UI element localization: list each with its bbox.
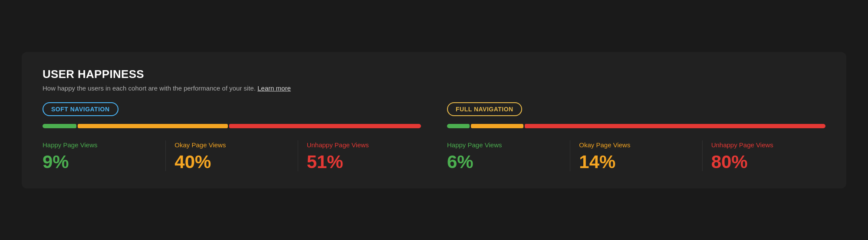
metric-item: Okay Page Views14% bbox=[579, 140, 702, 171]
section-full: FULL NAVIGATIONHappy Page Views6%Okay Pa… bbox=[447, 102, 825, 171]
full-metrics-row: Happy Page Views6%Okay Page Views14%Unha… bbox=[447, 140, 825, 171]
bar-segment-yellow bbox=[78, 124, 228, 128]
card-subtitle: How happy the users in each cohort are w… bbox=[43, 84, 825, 92]
bar-segment-red bbox=[525, 124, 825, 128]
card-title: USER HAPPINESS bbox=[43, 68, 825, 81]
subtitle-text: How happy the users in each cohort are w… bbox=[43, 84, 256, 92]
metric-label: Okay Page Views bbox=[174, 140, 289, 149]
sections-row: SOFT NAVIGATIONHappy Page Views9%Okay Pa… bbox=[43, 102, 825, 171]
user-happiness-card: USER HAPPINESS How happy the users in ea… bbox=[22, 52, 846, 188]
metric-value: 9% bbox=[43, 153, 157, 171]
metric-item: Happy Page Views6% bbox=[447, 140, 570, 171]
metric-label: Unhappy Page Views bbox=[711, 140, 825, 149]
bar-segment-green bbox=[447, 124, 470, 128]
metric-label: Okay Page Views bbox=[579, 140, 693, 149]
full-nav-badge[interactable]: FULL NAVIGATION bbox=[447, 102, 522, 116]
metric-value: 51% bbox=[307, 153, 421, 171]
full-progress-bar bbox=[447, 124, 825, 128]
soft-nav-badge[interactable]: SOFT NAVIGATION bbox=[43, 102, 118, 116]
metric-item: Unhappy Page Views51% bbox=[307, 140, 421, 171]
soft-progress-bar bbox=[43, 124, 421, 128]
metric-label: Happy Page Views bbox=[447, 140, 561, 149]
metric-item: Unhappy Page Views80% bbox=[711, 140, 825, 171]
bar-segment-red bbox=[229, 124, 421, 128]
bar-segment-yellow bbox=[471, 124, 523, 128]
learn-more-link[interactable]: Learn more bbox=[257, 84, 291, 92]
metric-item: Okay Page Views40% bbox=[174, 140, 298, 171]
metric-value: 80% bbox=[711, 153, 825, 171]
metric-value: 40% bbox=[174, 153, 289, 171]
metric-value: 14% bbox=[579, 153, 693, 171]
metric-label: Happy Page Views bbox=[43, 140, 157, 149]
card-header: USER HAPPINESS How happy the users in ea… bbox=[43, 68, 825, 92]
metric-value: 6% bbox=[447, 153, 561, 171]
metric-item: Happy Page Views9% bbox=[43, 140, 166, 171]
bar-segment-green bbox=[43, 124, 76, 128]
soft-metrics-row: Happy Page Views9%Okay Page Views40%Unha… bbox=[43, 140, 421, 171]
metric-label: Unhappy Page Views bbox=[307, 140, 421, 149]
section-soft: SOFT NAVIGATIONHappy Page Views9%Okay Pa… bbox=[43, 102, 421, 171]
